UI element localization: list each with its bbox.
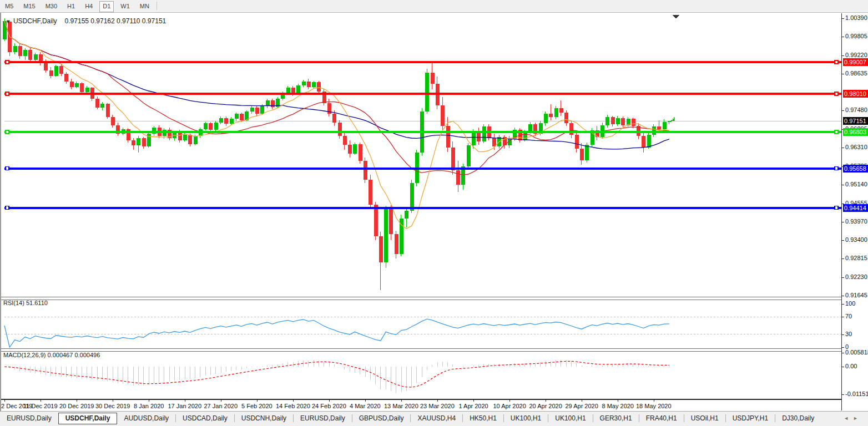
level-handle[interactable]: [6, 206, 9, 210]
candle: [28, 47, 32, 63]
tab-usdcad-daily[interactable]: USDCAD,Daily: [176, 413, 234, 424]
tab-eurusd-daily[interactable]: EURUSD,Daily: [0, 413, 58, 424]
tab-audusd-daily[interactable]: AUDUSD,Daily: [117, 413, 175, 424]
tab-uk100-h1[interactable]: UK100,H1: [504, 413, 548, 424]
rsi-line: [4, 319, 669, 347]
candle: [503, 135, 507, 149]
candle: [389, 205, 393, 240]
candle: [379, 232, 383, 290]
candle: [209, 122, 213, 132]
axis-tick-mark: [842, 222, 844, 222]
candle: [54, 65, 58, 77]
chart-symbol-label: USDCHF,Daily: [13, 17, 57, 25]
candle: [49, 67, 53, 78]
latest-price-arrow-icon: [671, 117, 674, 120]
timeframe-button-m15[interactable]: M15: [20, 1, 38, 11]
tab-ger30-h1[interactable]: GER30,H1: [593, 413, 639, 424]
candle: [611, 116, 615, 127]
candle: [224, 116, 228, 126]
level-handle[interactable]: [835, 92, 838, 95]
tab-dj30-daily[interactable]: DJ30,Daily: [775, 413, 821, 424]
level-price-label: 0.98010: [843, 90, 868, 98]
tab-fra40-h1[interactable]: FRA40,H1: [639, 413, 684, 424]
timeframe-button-h4[interactable]: H4: [82, 1, 96, 11]
axis-tick-mark: [842, 353, 844, 353]
macd-axis-tick: 0.00: [845, 363, 857, 369]
timeframe-button-h1[interactable]: H1: [64, 1, 78, 11]
date-axis-label: 11 Dec 2019: [23, 403, 58, 409]
price-axis-tick: 0.99805: [845, 33, 867, 39]
axis-tick-mark: [842, 258, 844, 259]
tab-xauusd-h4[interactable]: XAUUSD,H4: [411, 413, 462, 424]
candle: [482, 124, 486, 143]
tab-eurusd-daily[interactable]: EURUSD,Daily: [294, 413, 352, 424]
chart-title: ▼USDCHF,Daily0.97155 0.97162 0.97110 0.9…: [6, 17, 166, 25]
candle: [467, 143, 471, 169]
level-handle[interactable]: [6, 167, 9, 170]
tab-usoil-h1[interactable]: USOil,H1: [684, 413, 725, 424]
candle: [642, 133, 645, 153]
candle: [219, 116, 223, 124]
candle: [322, 89, 326, 105]
pane-splitter-macd[interactable]: [1, 348, 868, 352]
axis-tick-mark: [842, 367, 844, 367]
candle: [425, 69, 429, 114]
axis-tick-mark: [842, 110, 844, 111]
macd-axis-tick: 0.005818: [845, 349, 868, 356]
level-handle[interactable]: [6, 130, 9, 134]
timeframe-button-m30[interactable]: M30: [42, 1, 60, 11]
candle: [100, 102, 104, 111]
price-axis-tick: 0.99220: [845, 52, 867, 58]
level-handle[interactable]: [6, 92, 9, 95]
timeframe-button-mn[interactable]: MN: [137, 1, 153, 11]
candle: [127, 128, 130, 142]
candle: [569, 121, 573, 138]
date-axis-label: 23 Mar 2020: [420, 403, 455, 409]
timeframe-button-m5[interactable]: M5: [2, 1, 17, 11]
axis-tick-mark: [842, 55, 844, 56]
candle: [266, 99, 270, 108]
axis-tick-mark: [842, 334, 844, 335]
level-handle[interactable]: [835, 206, 838, 210]
chart-canvas: [0, 13, 868, 412]
level-handle[interactable]: [6, 60, 9, 64]
candle: [137, 136, 140, 153]
date-axis-line: [1, 399, 841, 400]
candle: [8, 21, 12, 56]
level-price-label: 0.94414: [843, 204, 868, 212]
candle: [533, 123, 537, 136]
timeframe-button-w1[interactable]: W1: [117, 1, 133, 11]
price-axis-tick: 0.93400: [845, 236, 867, 243]
candle: [214, 121, 218, 131]
axis-tick-mark: [842, 37, 844, 37]
rsi-axis-tick: 70: [845, 313, 852, 320]
candle: [456, 161, 460, 192]
level-handle[interactable]: [835, 167, 838, 170]
level-price-label: 0.96803: [843, 128, 868, 136]
level-handle[interactable]: [835, 130, 838, 134]
symbol-dropdown-icon[interactable]: ▼: [6, 19, 11, 24]
axis-tick-mark: [842, 347, 844, 348]
tab-scroll-arrows[interactable]: ◄►: [844, 413, 862, 424]
tab-hk50-h1[interactable]: HK50,H1: [463, 413, 503, 424]
candle: [106, 103, 110, 119]
candle: [400, 215, 403, 257]
tab-usdcnh-daily[interactable]: USDCNH,Daily: [235, 413, 293, 424]
axis-tick-mark: [842, 317, 844, 317]
pane-splitter-rsi[interactable]: [1, 297, 868, 300]
candle: [338, 120, 342, 139]
tab-gbpusd-daily[interactable]: GBPUSD,Daily: [352, 413, 411, 424]
tab-usdjpy-h1[interactable]: USDJPY,H1: [726, 413, 775, 424]
candle: [544, 111, 548, 126]
axis-tick-mark: [842, 18, 844, 19]
price-axis-tick: 0.98635: [845, 70, 867, 77]
tab-usdchf-daily[interactable]: USDCHF,Daily: [58, 413, 118, 424]
timeframe-button-d1[interactable]: D1: [99, 1, 114, 12]
date-axis-label: 1 Apr 2020: [459, 403, 488, 409]
tab-uk100-h1[interactable]: UK100,H1: [548, 413, 592, 424]
price-axis-tick: 0.92815: [845, 255, 867, 261]
date-axis-label: 8 Jan 2020: [134, 403, 164, 409]
level-handle[interactable]: [835, 60, 838, 64]
chart-tab-bar: EURUSD,DailyUSDCHF,DailyAUDUSD,DailyUSDC…: [0, 411, 868, 426]
date-axis-label: 8 May 2020: [602, 403, 634, 409]
